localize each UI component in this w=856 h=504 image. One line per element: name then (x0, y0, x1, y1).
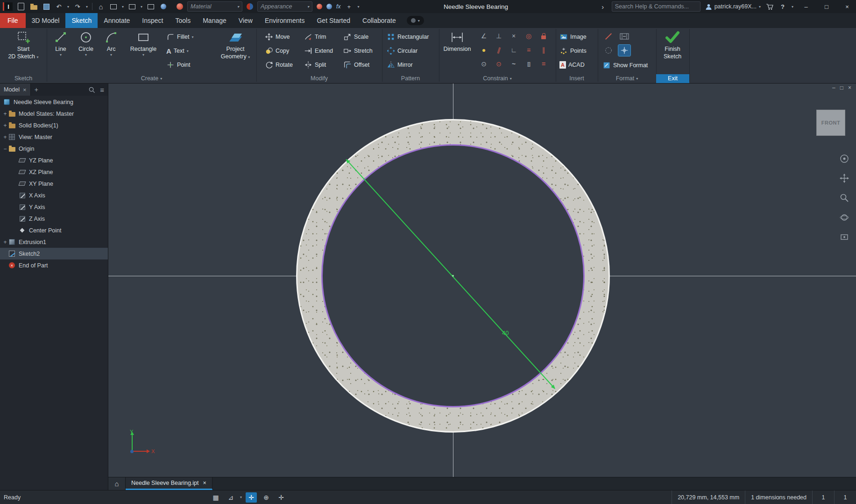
degrees-of-freedom-icon[interactable] (261, 492, 272, 503)
extend-button[interactable]: Extend (304, 44, 333, 57)
constraint-settings-icon[interactable] (476, 43, 491, 57)
group-label-format[interactable]: Format (598, 74, 656, 83)
show-constraints-icon[interactable] (476, 57, 491, 71)
circle-button[interactable]: Circle (75, 29, 97, 57)
add-browser-tab-button[interactable]: + (31, 86, 42, 93)
project-geometry-button[interactable]: Project Geometry (218, 29, 253, 61)
rotate-button[interactable]: Rotate (265, 58, 293, 71)
help-icon[interactable] (778, 2, 787, 11)
group-label-constrain[interactable]: Constrain (439, 74, 556, 83)
show-format-button[interactable]: Show Format (602, 59, 648, 72)
document-tab-active[interactable]: Needle Sleeve Bearing.ipt (126, 477, 212, 490)
open-file-icon[interactable] (29, 2, 38, 11)
graphics-viewport[interactable]: 40 FRONT Y X (108, 83, 856, 477)
scale-button[interactable]: Scale (343, 30, 368, 43)
material-dropdown[interactable]: Material (187, 1, 242, 12)
tree-item-sketch2[interactable]: Sketch2 (0, 248, 108, 259)
concentric-constraint-icon[interactable] (521, 29, 536, 43)
centerline-button[interactable] (618, 45, 630, 56)
offset-button[interactable]: Offset (343, 58, 369, 71)
perpendicular-constraint-icon[interactable] (491, 29, 506, 43)
redo-icon[interactable] (73, 2, 82, 11)
new-file-icon[interactable] (17, 2, 25, 11)
tab-get-started[interactable]: Get Started (311, 13, 356, 28)
measure-icon[interactable] (109, 2, 118, 11)
horizontal-constraint-icon[interactable] (521, 43, 536, 57)
point-button[interactable]: Point (166, 58, 191, 71)
tree-item-y-axis[interactable]: Y Axis (0, 201, 108, 213)
doc-close-icon[interactable] (848, 84, 851, 91)
dimension-button[interactable]: Dimension (441, 29, 474, 53)
lock-constraint-icon[interactable] (536, 29, 551, 43)
tangent-constraint-icon[interactable] (491, 57, 506, 71)
stretch-button[interactable]: Stretch (343, 44, 373, 57)
intersection-constraint-icon[interactable] (506, 29, 521, 43)
fillet-button[interactable]: Fillet (166, 30, 193, 43)
tab-sketch[interactable]: Sketch (65, 13, 98, 28)
collinear-constraint-icon[interactable] (506, 43, 521, 57)
tree-item-view-master[interactable]: + View: Master (0, 131, 108, 143)
cloud-status-pill[interactable] (407, 16, 424, 25)
group-label-sketch[interactable]: Sketch (0, 74, 47, 83)
store-cart-icon[interactable] (765, 2, 774, 11)
tree-item-origin[interactable]: − Origin (0, 143, 108, 154)
tree-item-z-axis[interactable]: Z Axis (0, 213, 108, 224)
tab-view[interactable]: View (233, 13, 259, 28)
group-label-exit[interactable]: Exit (656, 74, 689, 83)
close-button[interactable] (839, 0, 855, 13)
tab-3d-model[interactable]: 3D Model (26, 13, 66, 28)
home-tab-button[interactable] (108, 477, 126, 490)
tab-collaborate[interactable]: Collaborate (356, 13, 402, 28)
group-label-create[interactable]: Create (47, 74, 256, 83)
mirror-button[interactable]: Mirror (387, 58, 413, 71)
account-menu[interactable]: patrick.ray69X... (705, 3, 761, 10)
group-label-insert[interactable]: Insert (556, 74, 598, 83)
tree-item-extrusion1[interactable]: + Extrusion1 (0, 236, 108, 248)
adjust-sphere-icon[interactable] (317, 4, 322, 9)
copy-button[interactable]: Copy (265, 44, 289, 57)
group-label-modify[interactable]: Modify (256, 74, 382, 83)
browser-tab-model[interactable]: Model (0, 84, 31, 96)
smooth-constraint-icon[interactable] (506, 57, 521, 71)
clear-override-sphere-icon[interactable] (326, 4, 332, 9)
dimension-value-label[interactable]: 40 (502, 329, 509, 336)
tree-item-end-of-part[interactable]: End of Part (0, 259, 108, 271)
equal-constraint-icon[interactable] (536, 57, 551, 71)
group-label-pattern[interactable]: Pattern (382, 74, 439, 83)
split-button[interactable]: Split (304, 58, 326, 71)
appearance-dropdown[interactable]: Appearance (257, 1, 312, 12)
tab-manage[interactable]: Manage (197, 13, 233, 28)
tab-environments[interactable]: Environments (259, 13, 311, 28)
rectangular-pattern-button[interactable]: Rectangular (387, 30, 429, 43)
move-button[interactable]: Move (265, 30, 290, 43)
undo-icon[interactable] (55, 2, 63, 11)
expander-icon[interactable]: − (2, 146, 8, 152)
browser-search-icon[interactable] (88, 86, 95, 93)
navigation-wheel-icon[interactable] (839, 154, 849, 164)
pan-icon[interactable] (839, 173, 849, 183)
tree-item-part-root[interactable]: Needle Sleeve Bearing (0, 96, 108, 108)
tab-annotate[interactable]: Annotate (98, 13, 136, 28)
component-icon[interactable] (147, 2, 155, 11)
line-button[interactable]: Line (50, 29, 72, 57)
help-caret-icon[interactable] (792, 5, 793, 9)
move-origin-icon[interactable] (276, 492, 287, 503)
orbit-icon[interactable] (839, 212, 849, 223)
rectangle-button[interactable]: Rectangle (124, 29, 163, 57)
parameters-fx-icon[interactable]: fx (336, 3, 340, 10)
start-2d-sketch-button[interactable]: Start 2D Sketch (6, 29, 41, 61)
viewcube[interactable]: FRONT (816, 110, 845, 136)
tab-file[interactable]: File (0, 13, 26, 28)
tree-item-xy-plane[interactable]: XY Plane (0, 178, 108, 189)
arc-button[interactable]: Arc (101, 29, 121, 57)
snap-toggle-icon[interactable] (225, 492, 236, 503)
parallel-constraint-icon[interactable] (491, 43, 506, 57)
tree-item-model-states[interactable]: + Model States: Master (0, 108, 108, 119)
doc-restore-icon[interactable] (840, 84, 843, 91)
close-icon[interactable] (23, 86, 27, 93)
capture-caret-icon[interactable] (141, 5, 142, 9)
tree-item-yz-plane[interactable]: YZ Plane (0, 154, 108, 166)
search-input[interactable] (612, 1, 700, 12)
save-icon[interactable] (42, 2, 50, 11)
tree-item-center-point[interactable]: Center Point (0, 224, 108, 236)
